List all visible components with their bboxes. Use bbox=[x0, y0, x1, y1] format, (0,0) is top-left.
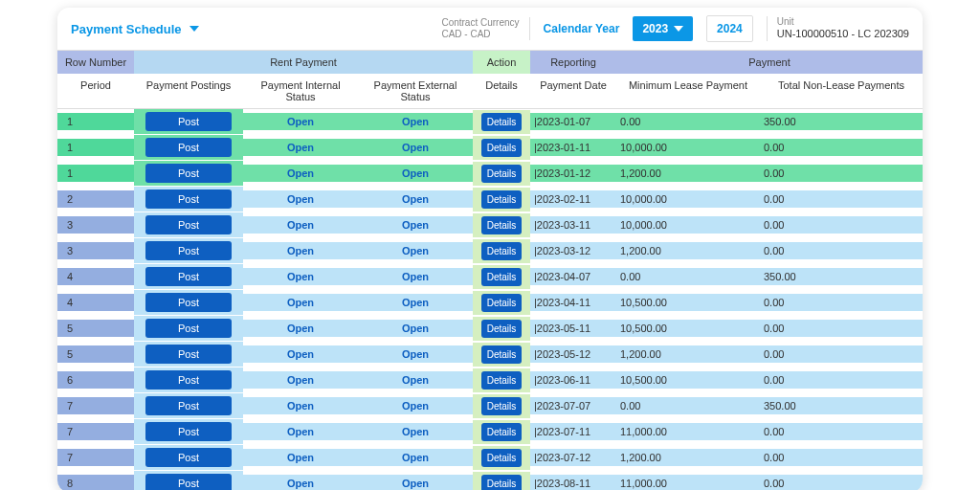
post-button[interactable]: Post bbox=[145, 112, 232, 131]
col-external-status[interactable]: Payment External Status bbox=[358, 74, 473, 108]
cell-action: Details bbox=[473, 291, 530, 315]
cell-internal-status: Open bbox=[243, 294, 358, 311]
post-button[interactable]: Post bbox=[145, 396, 232, 415]
unit-value: UN-100000510 - LC 202309 bbox=[777, 28, 909, 40]
cell-postings: Post bbox=[134, 419, 243, 444]
cell-period: 5 bbox=[57, 320, 134, 337]
cell-min-lease: 0.00 bbox=[616, 397, 760, 414]
cell-date: |2023-05-11 bbox=[530, 320, 616, 337]
cell-external-status: Open bbox=[358, 449, 473, 466]
cell-internal-status: Open bbox=[243, 320, 358, 337]
details-button[interactable]: Details bbox=[481, 216, 523, 234]
cell-external-status: Open bbox=[358, 242, 473, 259]
cell-action: Details bbox=[473, 472, 530, 491]
table-body: 1PostOpenOpenDetails|2023-01-070.00350.0… bbox=[57, 109, 923, 490]
post-button[interactable]: Post bbox=[145, 164, 232, 183]
details-button[interactable]: Details bbox=[481, 139, 523, 157]
cell-min-lease: 10,500.00 bbox=[616, 294, 760, 311]
details-button[interactable]: Details bbox=[481, 294, 523, 312]
cell-period: 1 bbox=[57, 139, 134, 156]
post-button[interactable]: Post bbox=[145, 474, 232, 490]
caret-down-icon bbox=[674, 26, 683, 32]
details-button[interactable]: Details bbox=[481, 475, 523, 491]
post-button[interactable]: Post bbox=[145, 319, 232, 338]
cell-external-status: Open bbox=[358, 190, 473, 208]
table-row: 1PostOpenOpenDetails|2023-01-070.00350.0… bbox=[57, 109, 923, 135]
post-button[interactable]: Post bbox=[145, 422, 232, 441]
cell-nonlease: 350.00 bbox=[760, 113, 923, 130]
table-row: 3PostOpenOpenDetails|2023-03-121,200.000… bbox=[57, 238, 923, 264]
cell-nonlease: 0.00 bbox=[760, 475, 923, 490]
cell-external-status: Open bbox=[358, 268, 473, 285]
cell-min-lease: 10,500.00 bbox=[616, 371, 760, 389]
cell-external-status: Open bbox=[358, 475, 473, 490]
caret-down-icon bbox=[189, 26, 199, 32]
post-button[interactable]: Post bbox=[145, 448, 232, 467]
cell-nonlease: 0.00 bbox=[760, 242, 923, 259]
post-button[interactable]: Post bbox=[145, 370, 232, 390]
details-button[interactable]: Details bbox=[481, 449, 523, 467]
col-nonlease[interactable]: Total Non-Lease Payments bbox=[760, 74, 923, 108]
cell-min-lease: 1,200.00 bbox=[616, 165, 760, 182]
details-button[interactable]: Details bbox=[481, 371, 523, 390]
post-button[interactable]: Post bbox=[145, 345, 232, 364]
col-details[interactable]: Details bbox=[473, 74, 530, 108]
col-period[interactable]: Period bbox=[57, 74, 134, 108]
table-row: 3PostOpenOpenDetails|2023-03-1110,000.00… bbox=[57, 212, 923, 238]
cell-internal-status: Open bbox=[243, 423, 358, 440]
post-button[interactable]: Post bbox=[145, 215, 232, 234]
year-selected-button[interactable]: 2023 bbox=[633, 16, 693, 41]
details-button[interactable]: Details bbox=[481, 423, 523, 441]
cell-action: Details bbox=[473, 162, 530, 186]
year-alt-button[interactable]: 2024 bbox=[706, 15, 753, 42]
cell-min-lease: 1,200.00 bbox=[616, 449, 760, 466]
col-internal-status[interactable]: Payment Internal Status bbox=[243, 74, 358, 108]
cell-period: 7 bbox=[57, 423, 134, 440]
cell-postings: Post bbox=[134, 393, 243, 418]
post-button[interactable]: Post bbox=[145, 241, 232, 260]
cell-period: 6 bbox=[57, 371, 134, 389]
cell-external-status: Open bbox=[358, 397, 473, 414]
cell-internal-status: Open bbox=[243, 165, 358, 182]
topbar: Payment Schedule Contract Currency CAD -… bbox=[57, 8, 923, 51]
details-button[interactable]: Details bbox=[481, 320, 523, 338]
col-postings[interactable]: Payment Postings bbox=[134, 74, 243, 108]
cell-period: 5 bbox=[57, 345, 134, 363]
cell-min-lease: 10,000.00 bbox=[616, 139, 760, 156]
table-row: 4PostOpenOpenDetails|2023-04-070.00350.0… bbox=[57, 264, 923, 290]
cell-internal-status: Open bbox=[243, 371, 358, 389]
table-row: 7PostOpenOpenDetails|2023-07-070.00350.0… bbox=[57, 393, 923, 419]
details-button[interactable]: Details bbox=[481, 165, 523, 183]
cell-nonlease: 0.00 bbox=[760, 165, 923, 182]
cell-postings: Post bbox=[134, 212, 243, 237]
cell-action: Details bbox=[473, 368, 530, 392]
cell-min-lease: 1,200.00 bbox=[616, 242, 760, 259]
details-button[interactable]: Details bbox=[481, 190, 523, 209]
col-min-lease[interactable]: Minimum Lease Payment bbox=[616, 74, 760, 108]
post-button[interactable]: Post bbox=[145, 267, 232, 286]
cell-internal-status: Open bbox=[243, 190, 358, 208]
details-button[interactable]: Details bbox=[481, 397, 523, 415]
col-payment-date[interactable]: Payment Date bbox=[530, 74, 616, 108]
cell-internal-status: Open bbox=[243, 113, 358, 130]
cell-external-status: Open bbox=[358, 113, 473, 130]
cell-min-lease: 10,500.00 bbox=[616, 320, 760, 337]
post-button[interactable]: Post bbox=[145, 189, 232, 209]
cell-period: 4 bbox=[57, 294, 134, 311]
unit-box: Unit UN-100000510 - LC 202309 bbox=[767, 16, 909, 40]
cell-date: |2023-03-11 bbox=[530, 216, 616, 234]
post-button[interactable]: Post bbox=[145, 138, 232, 157]
cell-period: 1 bbox=[57, 113, 134, 130]
cell-nonlease: 0.00 bbox=[760, 320, 923, 337]
details-button[interactable]: Details bbox=[481, 345, 523, 364]
cell-action: Details bbox=[473, 420, 530, 444]
cell-period: 8 bbox=[57, 475, 134, 490]
details-button[interactable]: Details bbox=[481, 113, 523, 131]
post-button[interactable]: Post bbox=[145, 293, 232, 312]
cell-action: Details bbox=[473, 265, 530, 289]
schedule-dropdown[interactable]: Payment Schedule bbox=[71, 22, 199, 36]
details-button[interactable]: Details bbox=[481, 242, 523, 260]
cell-date: |2023-07-07 bbox=[530, 397, 616, 414]
details-button[interactable]: Details bbox=[481, 268, 523, 286]
cell-date: |2023-06-11 bbox=[530, 371, 616, 389]
